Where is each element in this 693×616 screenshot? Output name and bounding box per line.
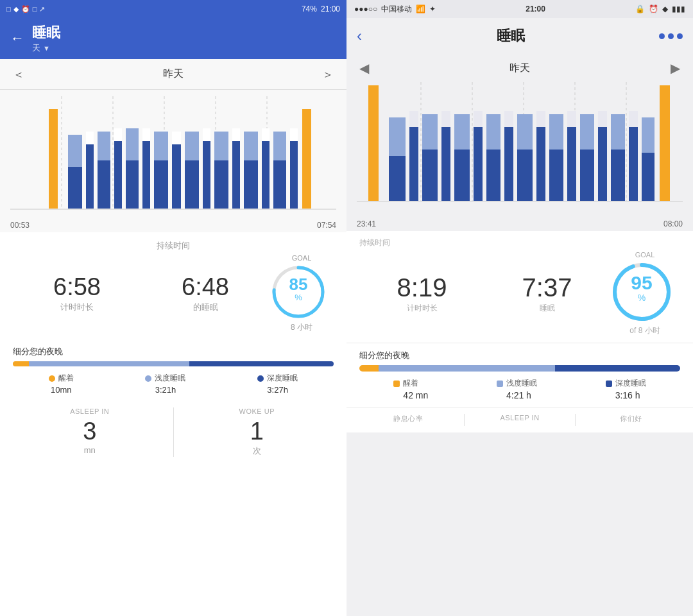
left-light-name: 浅度睡眠 [155, 373, 185, 384]
left-date: 昨天 [163, 67, 184, 81]
svg-rect-5 [49, 109, 58, 209]
svg-rect-37 [290, 141, 298, 209]
left-asleep-label: ASLEEP IN [13, 407, 167, 415]
left-back-button[interactable]: ← [10, 30, 24, 47]
right-timer-value: 8:19 [359, 273, 484, 302]
dot-2 [668, 33, 674, 39]
right-deep-legend: 深度睡眠 3:16 h [606, 378, 646, 400]
right-asleep-in-label: ASLEEP IN [471, 414, 569, 422]
right-timer-desc: 计时时长 [359, 303, 484, 314]
svg-rect-80 [629, 111, 638, 127]
right-chart-times: 23:41 08:00 [346, 217, 693, 231]
right-chart-area [346, 82, 693, 217]
left-asleep-value: 3 [13, 418, 167, 445]
svg-rect-82 [642, 117, 654, 153]
left-woke-value: 1 [180, 418, 334, 445]
left-deep-legend: 深度睡眠 3:27h [257, 373, 298, 395]
left-goal-circle: 85 % [270, 263, 327, 321]
left-timer-desc: 计时时长 [13, 302, 141, 313]
right-date: 昨天 [509, 62, 530, 75]
left-sleep-value: 6:48 [141, 274, 270, 301]
right-next-button[interactable]: ▶ [671, 60, 680, 76]
svg-rect-70 [549, 114, 563, 150]
left-breakdown-title: 细分您的夜晚 [13, 346, 334, 357]
svg-rect-62 [486, 114, 501, 150]
left-page-title: 睡眠 [32, 23, 60, 42]
left-stats-section: 持续时间 6:58 计时时长 6:48 的睡眠 GOAL 85 % 8 小时 [0, 232, 346, 341]
right-alarm-icon: ⏰ [649, 4, 658, 13]
right-back-button[interactable]: ‹ [357, 27, 362, 45]
svg-rect-35 [273, 160, 286, 209]
right-page-title: 睡眠 [497, 26, 525, 46]
left-deep-val: 3:27h [267, 385, 288, 395]
right-woke-label: 你们好 [582, 414, 680, 424]
svg-rect-29 [232, 141, 240, 209]
right-breakdown-bar [359, 365, 680, 372]
svg-rect-84 [660, 85, 670, 201]
svg-rect-69 [536, 127, 545, 201]
svg-rect-30 [244, 132, 258, 160]
svg-rect-52 [409, 111, 418, 127]
svg-rect-12 [114, 128, 122, 141]
right-panel: ●●●○○ 中国移动 📶 ✦ 21:00 🔒 ⏰ ◆ ▮▮▮ ‹ 睡眠 ◀ 昨天… [346, 0, 693, 616]
svg-rect-68 [536, 111, 545, 127]
left-timer-block: 6:58 计时时长 [13, 274, 141, 314]
left-light-val: 3:21h [155, 385, 176, 395]
left-woke-block: WOKE UP 1 次 [180, 407, 334, 457]
right-bottom-section: 静息心率 ASLEEP IN 你们好 [346, 407, 693, 432]
right-deep-sq [606, 381, 612, 387]
right-light-name: 浅度睡眠 [506, 378, 537, 389]
svg-rect-75 [580, 150, 594, 201]
right-awake-name: 醒着 [403, 378, 418, 389]
right-sleep-block: 7:37 睡眠 [484, 273, 610, 314]
svg-rect-7 [68, 167, 82, 209]
left-start-time: 00:53 [10, 221, 30, 230]
left-battery: 74% [302, 4, 317, 13]
left-dropdown-icon[interactable]: ▼ [43, 44, 50, 52]
left-awake-val: 10mn [51, 385, 72, 395]
svg-text:%: % [295, 293, 302, 302]
svg-rect-23 [185, 160, 199, 209]
right-header: ‹ 睡眠 [346, 18, 693, 54]
svg-rect-50 [389, 117, 406, 156]
right-awake-legend: 醒着 42 mn [393, 378, 428, 400]
right-prev-button[interactable]: ◀ [359, 60, 369, 76]
left-subtitle: 天 [32, 42, 40, 54]
svg-rect-49 [368, 85, 379, 201]
svg-rect-53 [409, 127, 418, 201]
left-asleep-section: ASLEEP IN 3 mn WOKE UP 1 次 [0, 400, 346, 457]
right-deep-name: 深度睡眠 [615, 378, 646, 389]
right-statusbar: ●●●○○ 中国移动 📶 ✦ 21:00 🔒 ⏰ ◆ ▮▮▮ [346, 0, 693, 18]
svg-text:%: % [638, 293, 646, 303]
right-more-button[interactable] [659, 33, 683, 39]
right-start-time: 23:41 [357, 219, 376, 228]
right-breakdown-title: 细分您的夜晚 [359, 350, 680, 361]
right-woke-block: 你们好 [582, 414, 680, 426]
right-divider-2 [575, 414, 576, 426]
left-deep-name: 深度睡眠 [267, 373, 298, 384]
left-chart-times: 00:53 07:54 [0, 218, 346, 232]
left-time: 21:00 [321, 4, 340, 13]
svg-rect-21 [172, 144, 181, 209]
svg-rect-64 [504, 111, 513, 127]
right-deep-val: 3:16 h [606, 390, 646, 400]
svg-rect-25 [203, 141, 210, 209]
svg-rect-67 [517, 150, 533, 201]
right-breakdown-section: 细分您的夜晚 醒着 42 mn 浅度睡眠 4:21 h [346, 343, 693, 407]
left-prev-button[interactable]: ＜ [13, 67, 24, 82]
svg-rect-55 [422, 150, 438, 201]
right-timer-block: 8:19 计时时长 [359, 273, 484, 314]
right-light-bar-seg [379, 365, 555, 372]
right-sleep-chart [357, 82, 683, 210]
right-resting-block: 静息心率 [359, 414, 458, 426]
svg-rect-31 [244, 160, 258, 209]
svg-rect-36 [290, 128, 298, 141]
right-wifi-icon: 📶 [416, 4, 425, 13]
right-duration-label: 持续时间 [359, 237, 680, 248]
svg-rect-78 [611, 114, 625, 150]
left-next-button[interactable]: ＞ [322, 67, 334, 82]
svg-rect-20 [172, 132, 181, 144]
svg-rect-59 [454, 150, 470, 201]
svg-rect-28 [232, 128, 240, 141]
svg-rect-79 [611, 150, 625, 201]
